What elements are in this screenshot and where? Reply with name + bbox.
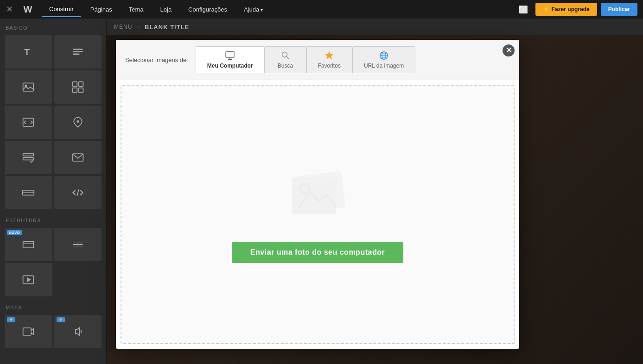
nav-paginas[interactable]: Páginas (83, 2, 120, 17)
image-embed-icon (22, 116, 35, 129)
sidebar-item-section[interactable]: NOVO (5, 228, 52, 261)
tab-url-imagem[interactable]: URL da imagem (352, 46, 415, 73)
topbar: ✕ W Construir Páginas Tema Loja Configur… (0, 0, 643, 19)
svg-rect-1 (73, 49, 83, 50)
sidebar-item-code[interactable] (54, 176, 102, 209)
svg-line-31 (286, 56, 289, 59)
logo: W (19, 0, 37, 19)
sidebar-item-paragraph[interactable] (54, 35, 102, 69)
bolt-video-icon (22, 325, 35, 338)
grid-icon (71, 81, 84, 94)
modal-header: Selecionar imagens de: Meu Computador (116, 40, 519, 80)
upload-area[interactable]: Enviar uma foto do seu computador (121, 85, 515, 344)
topbar-nav: Construir Páginas Tema Loja Configuraçõe… (37, 2, 515, 17)
sidebar-basic-grid: T (0, 33, 106, 211)
svg-text:T: T (25, 47, 30, 57)
sidebar-item-embed[interactable] (5, 263, 52, 296)
computer-icon (225, 50, 235, 61)
svg-rect-4 (23, 83, 34, 91)
sidebar: BÁSICO T (0, 19, 107, 364)
divider-icon (71, 238, 84, 251)
svg-marker-25 (27, 277, 32, 282)
section-icon (22, 238, 35, 251)
breadcrumb: MENU » BLANK TITLE (107, 19, 643, 35)
sidebar-item-map[interactable] (54, 106, 102, 139)
text-icon: T (22, 45, 35, 58)
novo-badge: NOVO (7, 230, 22, 235)
content-area[interactable]: MENU » BLANK TITLE ✕ Selecionar imagens … (107, 19, 643, 364)
search-tab-icon (280, 50, 291, 61)
modal-overlay: ✕ Selecionar imagens de: Meu C (107, 35, 643, 364)
nav-loja[interactable]: Loja (153, 2, 179, 17)
upload-button[interactable]: Enviar uma foto do seu computador (232, 242, 403, 263)
section-basic-label: BÁSICO (0, 19, 106, 33)
sidebar-item-grid[interactable] (54, 70, 102, 104)
sidebar-item-strip[interactable] (5, 176, 52, 209)
mail-icon (71, 151, 84, 164)
svg-rect-6 (72, 82, 77, 87)
nav-tema[interactable]: Tema (121, 2, 151, 17)
breadcrumb-menu: MENU (114, 24, 132, 30)
main-layout: BÁSICO T (0, 19, 643, 364)
nav-configuracoes[interactable]: Configurações (181, 2, 235, 17)
svg-point-11 (76, 120, 79, 123)
topbar-right: ⬜ ⚡ Fazer upgrade Publicar (515, 3, 643, 16)
sidebar-item-bolt-video[interactable]: ⚡ (5, 315, 52, 348)
tab-favoritos[interactable]: Favoritos (306, 46, 352, 73)
close-button[interactable]: ✕ (0, 0, 19, 19)
sidebar-item-form[interactable] (5, 141, 52, 174)
paragraph-icon (71, 45, 84, 58)
modal-header-label: Selecionar imagens de: (125, 56, 188, 63)
breadcrumb-title: BLANK TITLE (145, 24, 189, 31)
nav-construir[interactable]: Construir (42, 2, 81, 17)
breadcrumb-separator: » (137, 24, 140, 30)
image-icon (22, 81, 35, 94)
monitor-icon[interactable]: ⬜ (515, 5, 532, 14)
svg-marker-32 (325, 51, 333, 59)
svg-rect-12 (23, 153, 34, 156)
bolt-audio-badge: ⚡ (57, 317, 65, 322)
sidebar-item-mail[interactable] (54, 141, 102, 174)
sidebar-item-bolt-audio[interactable]: ⚡ (54, 315, 102, 348)
embed-icon (22, 273, 35, 286)
publish-button[interactable]: Publicar (601, 3, 637, 16)
image-select-modal: ✕ Selecionar imagens de: Meu C (116, 40, 519, 349)
modal-body: Enviar uma foto do seu computador (116, 80, 519, 349)
svg-line-17 (77, 189, 79, 196)
upgrade-button[interactable]: ⚡ Fazer upgrade (535, 3, 597, 16)
svg-point-30 (282, 52, 287, 57)
svg-rect-26 (23, 328, 32, 335)
svg-rect-2 (73, 51, 83, 52)
section-media-label: MÍDIA (0, 298, 106, 313)
map-pin-icon (71, 116, 84, 129)
globe-icon (379, 50, 389, 61)
upload-placeholder-icon (280, 166, 355, 228)
svg-rect-8 (72, 88, 77, 93)
section-structure-label: ESTRUTURA (0, 211, 106, 226)
bolt-audio-icon (71, 325, 84, 338)
sidebar-item-divider[interactable] (54, 228, 102, 261)
nav-ajuda[interactable]: Ajuda (236, 2, 270, 17)
modal-close-button[interactable]: ✕ (503, 44, 515, 56)
sidebar-item-image[interactable] (5, 70, 52, 104)
bolt-video-badge: ⚡ (7, 317, 15, 322)
svg-rect-13 (23, 157, 34, 160)
code-icon (71, 186, 84, 199)
sidebar-structure-grid: NOVO (0, 226, 106, 298)
modal-tabs: Meu Computador Busca (196, 46, 415, 73)
svg-rect-9 (79, 88, 83, 93)
svg-rect-7 (79, 82, 83, 87)
svg-rect-18 (23, 241, 34, 248)
star-icon (324, 50, 334, 61)
sidebar-item-text[interactable]: T (5, 35, 52, 69)
svg-point-21 (77, 244, 79, 245)
sidebar-item-image-embed[interactable] (5, 106, 52, 139)
strip-icon (22, 186, 35, 199)
tab-meu-computador[interactable]: Meu Computador (196, 46, 265, 73)
tab-busca[interactable]: Busca (265, 46, 306, 73)
sidebar-media-grid: ⚡ ⚡ (0, 313, 106, 350)
svg-rect-3 (73, 54, 79, 55)
svg-rect-27 (226, 52, 234, 57)
form-icon (22, 151, 35, 164)
